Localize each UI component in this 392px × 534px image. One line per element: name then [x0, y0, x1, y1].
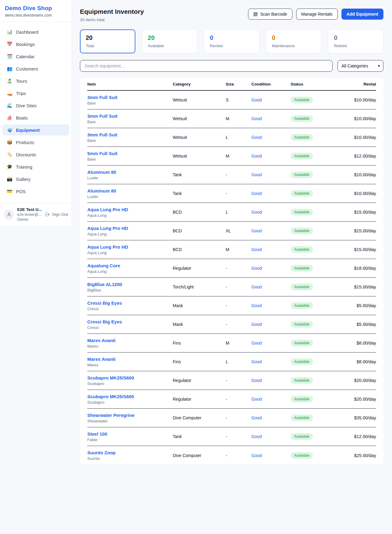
status-badge: Available: [291, 209, 313, 216]
item-name-link[interactable]: Aqualung Core: [87, 263, 120, 268]
item-brand: Cressi: [87, 325, 173, 330]
column-header-rental: Rental: [342, 82, 376, 86]
item-condition-link[interactable]: Good: [251, 210, 262, 215]
item-condition-link[interactable]: Good: [251, 284, 262, 289]
sidebar-item-bookings[interactable]: 📅 Bookings: [2, 39, 69, 50]
item-condition-link[interactable]: Good: [251, 191, 262, 196]
item-name-link[interactable]: Aluminum 80: [87, 170, 116, 175]
item-rental-rate: $25.00/day: [342, 453, 376, 458]
item-name-link[interactable]: 3mm Full Suit: [87, 95, 117, 100]
item-condition-link[interactable]: Good: [251, 397, 262, 402]
item-name-link[interactable]: Cressi Big Eyes: [87, 319, 122, 324]
item-rental-rate: $10.00/day: [342, 172, 376, 177]
item-name-link[interactable]: Shearwater Peregrine: [87, 413, 134, 418]
item-condition-link[interactable]: Good: [251, 172, 262, 177]
sidebar-item-dive-sites[interactable]: 🌊 Dive Sites: [2, 100, 69, 111]
item-condition-link[interactable]: Good: [251, 97, 262, 102]
shop-domain: demo.test.divestreams.com: [5, 13, 67, 17]
sign-out-button[interactable]: Sign Out: [45, 212, 68, 217]
item-name-link[interactable]: Scubapro MK25/S600: [87, 394, 134, 399]
item-category: Wetsuit: [173, 116, 226, 121]
sidebar-item-trips[interactable]: 🚤 Trips: [2, 88, 69, 99]
item-rental-rate: $10.00/day: [342, 191, 376, 196]
sidebar-item-equipment[interactable]: 🤿 Equipment: [2, 124, 69, 135]
item-brand: Luxfer: [87, 194, 173, 199]
item-name-link[interactable]: 3mm Full Suit: [87, 132, 117, 137]
item-name-link[interactable]: BigBlue AL1200: [87, 282, 122, 287]
status-badge: Available: [291, 97, 313, 103]
item-condition-link[interactable]: Good: [251, 359, 262, 364]
stat-card-maintenance[interactable]: 0 Maintenance: [266, 29, 322, 53]
item-size: M: [226, 154, 251, 158]
item-condition-link[interactable]: Good: [251, 154, 262, 158]
main-content: Equipment Inventory 20 items total Scan …: [72, 0, 392, 465]
brand-logo[interactable]: Demo Dive Shop: [5, 5, 67, 12]
status-badge: Available: [291, 377, 313, 384]
item-name-link[interactable]: Aqua Lung Pro HD: [87, 244, 128, 250]
item-condition-link[interactable]: Good: [251, 378, 262, 383]
table-header-row: Item Category Size Condition Status Rent…: [87, 78, 376, 91]
scan-barcode-button[interactable]: Scan Barcode: [248, 9, 292, 20]
stat-card-available[interactable]: 20 Available: [142, 29, 198, 53]
item-condition-link[interactable]: Good: [251, 453, 262, 458]
stat-card-rented[interactable]: 0 Rented: [204, 29, 259, 53]
page-header: Equipment Inventory 20 items total Scan …: [80, 8, 383, 22]
item-name-link[interactable]: 5mm Full Suit: [87, 151, 117, 156]
sidebar-item-calendar[interactable]: 🗓️ Calendar: [2, 51, 69, 62]
item-name-link[interactable]: Mares Avanti: [87, 338, 115, 343]
item-condition-link[interactable]: Good: [251, 341, 262, 345]
category-select[interactable]: All Categories: [337, 60, 383, 72]
item-size: -: [226, 266, 251, 271]
scan-barcode-label: Scan Barcode: [260, 12, 287, 17]
status-badge: Available: [291, 115, 313, 122]
item-condition-link[interactable]: Good: [251, 415, 262, 420]
item-condition-link[interactable]: Good: [251, 303, 262, 308]
sidebar-item-tours[interactable]: 🏝️ Tours: [2, 75, 69, 86]
item-condition-link[interactable]: Good: [251, 247, 262, 252]
sidebar-item-dashboard[interactable]: 📊 Dashboard: [2, 26, 69, 37]
sidebar-item-boats[interactable]: ⛵ Boats: [2, 112, 69, 123]
sidebar-item-products[interactable]: 📦 Products: [2, 137, 69, 148]
item-name-link[interactable]: 3mm Full Suit: [87, 113, 117, 119]
item-name-link[interactable]: Cressi Big Eyes: [87, 300, 122, 306]
stat-card-total[interactable]: 20 Total: [80, 29, 135, 53]
stat-card-retired[interactable]: 0 Retired: [328, 29, 383, 53]
item-name-link[interactable]: Aqua Lung Pro HD: [87, 207, 128, 212]
status-badge: Available: [291, 302, 313, 309]
table-row: Scubapro MK25/S600 Scubapro Regulator - …: [87, 371, 376, 390]
item-condition-link[interactable]: Good: [251, 322, 262, 327]
sidebar-item-customers[interactable]: 👥 Customers: [2, 63, 69, 74]
item-brand: Aqua Lung: [87, 213, 173, 218]
sidebar-item-discounts[interactable]: 🏷️ Discounts: [2, 149, 69, 160]
item-brand: Aqua Lung: [87, 232, 173, 236]
sidebar-item-training[interactable]: 🎓 Training: [2, 161, 69, 172]
bar-chart-icon: 📊: [7, 29, 12, 35]
item-condition-link[interactable]: Good: [251, 434, 262, 439]
item-name-link[interactable]: Aluminum 80: [87, 188, 116, 193]
item-rental-rate: $8.00/day: [342, 359, 376, 364]
status-badge: Available: [291, 321, 313, 328]
item-category: BCD: [173, 210, 226, 215]
item-name-link[interactable]: Scubapro MK25/S600: [87, 375, 134, 380]
item-name-link[interactable]: Aqua Lung Pro HD: [87, 226, 128, 231]
item-name-link[interactable]: Mares Avanti: [87, 357, 115, 362]
item-size: M: [226, 247, 251, 252]
status-badge: Available: [291, 452, 313, 459]
item-condition-link[interactable]: Good: [251, 135, 262, 140]
sidebar-item-gallery[interactable]: 📸 Gallery: [2, 174, 69, 185]
item-condition-link[interactable]: Good: [251, 228, 262, 233]
item-condition-link[interactable]: Good: [251, 116, 262, 121]
item-name-link[interactable]: Suunto Zoop: [87, 450, 115, 455]
manage-rentals-button[interactable]: Manage Rentals: [296, 9, 338, 20]
items-total-count: 20 items total: [80, 17, 144, 22]
table-row: Aqua Lung Pro HD Aqua Lung BCD M Good Av…: [87, 240, 376, 259]
item-size: -: [226, 284, 251, 289]
stat-value: 0: [334, 34, 378, 41]
item-name-link[interactable]: Steel 100: [87, 431, 107, 437]
item-condition-link[interactable]: Good: [251, 266, 262, 271]
item-brand: Suunto: [87, 456, 173, 461]
sidebar-item-pos[interactable]: 💳 POS: [2, 186, 69, 197]
add-equipment-button[interactable]: Add Equipment: [341, 9, 383, 20]
search-input[interactable]: [80, 60, 333, 72]
stat-value: 0: [210, 34, 254, 41]
